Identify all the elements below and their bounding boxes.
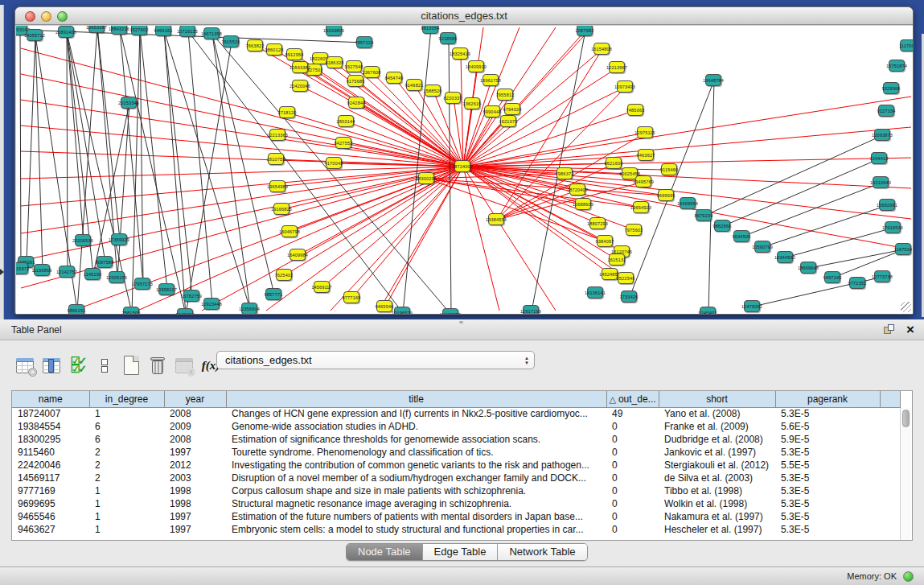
citation-edge-black[interactable]: [120, 29, 143, 284]
network-node[interactable]: 7955812: [497, 89, 513, 101]
table-row[interactable]: 946554611997Estimation of the future num…: [12, 510, 901, 523]
table-cell[interactable]: 5.3E-5: [775, 446, 880, 459]
network-node[interactable]: 20206536: [75, 234, 91, 246]
network-node[interactable]: 18807293: [589, 217, 606, 229]
network-node[interactable]: 12213967: [609, 61, 625, 73]
network-node[interactable]: 20153346: [121, 97, 137, 109]
network-node[interactable]: 18724007: [454, 160, 470, 172]
table-row[interactable]: 2242004622012Investigating the contribut…: [12, 459, 901, 472]
citation-edge-black[interactable]: [212, 34, 250, 309]
citation-edge-black[interactable]: [164, 31, 192, 296]
table-cell[interactable]: 5.3E-5: [775, 497, 880, 510]
network-node[interactable]: 1362615: [464, 97, 480, 109]
table-cell[interactable]: 2009: [164, 420, 226, 433]
network-node[interactable]: 9175685: [347, 75, 363, 87]
table-cell[interactable]: Estimation of significance thresholds fo…: [226, 433, 606, 446]
table-cell[interactable]: 0: [606, 433, 659, 446]
tab-network-table[interactable]: Network Table: [498, 544, 586, 560]
table-mode-button[interactable]: [13, 353, 37, 377]
network-node[interactable]: 1810755: [268, 153, 284, 165]
table-cell[interactable]: 1998: [164, 497, 226, 510]
citation-edge-black[interactable]: [786, 228, 893, 257]
citation-edge-black[interactable]: [93, 103, 129, 274]
table-cell[interactable]: Structural magnetic resonance image aver…: [226, 497, 606, 510]
table-cell[interactable]: 5.3E-5: [775, 407, 880, 420]
scrollbar-thumb[interactable]: [902, 410, 910, 427]
network-node[interactable]: 12093873: [874, 129, 890, 141]
minimize-window-button[interactable]: [41, 11, 51, 22]
network-node[interactable]: 16046798: [281, 225, 298, 237]
network-node[interactable]: 15692991: [879, 199, 895, 211]
network-node[interactable]: 1145190: [84, 268, 101, 280]
network-node[interactable]: 9777169: [343, 291, 359, 303]
table-cell[interactable]: Tourette syndrome. Phenomenology and cla…: [226, 446, 606, 459]
network-node[interactable]: 2803144: [338, 115, 354, 127]
table-row[interactable]: 969969511998Structural magnetic resonanc…: [12, 497, 901, 510]
tab-edge-table[interactable]: Edge Table: [423, 544, 499, 560]
table-cell[interactable]: 5.9E-5: [775, 433, 880, 446]
network-node[interactable]: 19166825: [273, 203, 290, 215]
network-node[interactable]: 8427552: [335, 137, 351, 149]
network-node[interactable]: 12475052: [744, 300, 760, 312]
network-node[interactable]: 10719135: [179, 26, 195, 37]
network-node[interactable]: 9857771: [265, 288, 281, 300]
network-node[interactable]: 1244413: [871, 152, 887, 164]
network-node[interactable]: 7625402: [276, 269, 292, 281]
network-node[interactable]: 8990448: [484, 105, 500, 117]
network-node[interactable]: 20891406: [58, 26, 74, 38]
citation-edge-red[interactable]: [202, 167, 463, 311]
network-node[interactable]: 7663822: [247, 39, 263, 51]
network-node[interactable]: 10196529: [394, 307, 410, 314]
table-cell[interactable]: 5.6E-5: [775, 420, 880, 433]
citation-edge-black[interactable]: [449, 39, 451, 314]
table-scrollbar[interactable]: [900, 408, 911, 540]
table-cell[interactable]: 6: [89, 420, 164, 433]
network-node[interactable]: 1117064: [900, 39, 913, 51]
citation-edge-black[interactable]: [164, 31, 186, 314]
table-cell[interactable]: 19384554: [12, 420, 89, 433]
table-cell[interactable]: Nakamura et al. (1997): [659, 510, 775, 523]
network-node[interactable]: 14055712: [27, 29, 43, 41]
citation-edge-red[interactable]: [331, 167, 463, 311]
network-node[interactable]: 17359929: [111, 233, 127, 245]
table-cell[interactable]: Genome-wide association studies in ADHD.: [226, 420, 606, 433]
network-node[interactable]: 8186328: [326, 56, 343, 68]
citation-edge-black[interactable]: [140, 30, 143, 284]
network-node[interactable]: 6466161: [155, 26, 171, 36]
network-node[interactable]: 9866151: [68, 304, 84, 314]
table-cell[interactable]: 1997: [164, 510, 226, 523]
table-cell[interactable]: 2: [89, 472, 164, 484]
network-node[interactable]: 19384554: [488, 213, 504, 225]
close-panel-icon[interactable]: ×: [906, 321, 914, 339]
network-node[interactable]: 12773738: [874, 270, 890, 282]
table-cell[interactable]: 5.5E-5: [775, 459, 880, 472]
network-node[interactable]: 10973493: [617, 80, 633, 93]
network-node[interactable]: 1615132: [609, 253, 625, 266]
network-node[interactable]: 6794024: [504, 103, 520, 115]
network-node[interactable]: 1621072: [500, 115, 516, 127]
network-node[interactable]: 14569117: [314, 281, 330, 293]
network-node[interactable]: 12213363: [269, 129, 285, 141]
table-cell[interactable]: 1: [89, 484, 164, 497]
table-cell[interactable]: 2008: [164, 433, 226, 446]
table-cell[interactable]: Estimation of the future numbers of pati…: [226, 510, 606, 523]
column-header-year[interactable]: year: [164, 391, 226, 407]
network-node[interactable]: 2718120: [279, 106, 295, 118]
network-node[interactable]: 14524851: [602, 268, 618, 280]
network-node[interactable]: 7485063: [627, 104, 643, 116]
table-cell[interactable]: Wolkin et al. (1998): [659, 497, 775, 510]
table-cell[interactable]: 22420046: [12, 459, 89, 472]
table-cell[interactable]: 1: [89, 523, 164, 536]
table-cell[interactable]: 2012: [164, 459, 226, 472]
citation-edge-red[interactable]: [21, 48, 463, 167]
table-row[interactable]: 946362711997Embryonic stem cells: a mode…: [12, 523, 901, 536]
table-cell[interactable]: Corpus callosum shape and size in male p…: [226, 484, 606, 497]
network-node[interactable]: 9465546: [376, 300, 392, 312]
network-node[interactable]: 7857224: [356, 36, 372, 48]
table-row[interactable]: 1830029562008Estimation of significance …: [12, 433, 901, 446]
network-node[interactable]: 9862866: [714, 220, 730, 232]
citation-edge-red[interactable]: [357, 103, 463, 167]
table-cell[interactable]: Tibbo et al. (1998): [659, 484, 775, 497]
network-node[interactable]: 9329966: [883, 82, 899, 94]
network-node[interactable]: 9497245: [824, 271, 840, 283]
